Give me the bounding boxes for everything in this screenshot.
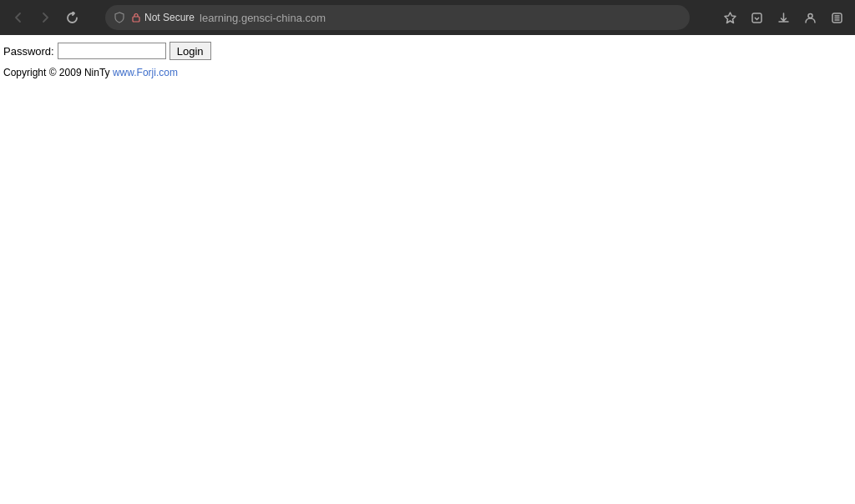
forward-button[interactable] [33, 6, 57, 29]
reload-button[interactable] [60, 6, 83, 29]
page-content: Password: Login Copyright © 2009 NinTy w… [0, 35, 855, 504]
login-button[interactable]: Login [169, 42, 211, 60]
svg-point-3 [808, 13, 812, 18]
address-bar[interactable]: Not Secure learning.gensci-china.com [105, 5, 690, 30]
password-row: Password: Login [3, 42, 852, 60]
not-secure-text: Not Secure [144, 12, 195, 23]
svg-rect-2 [752, 13, 761, 23]
toolbar-right [718, 6, 848, 29]
browser-chrome: Not Secure learning.gensci-china.com [0, 0, 855, 35]
copyright-link[interactable]: www.Forji.com [113, 67, 178, 78]
password-label: Password: [3, 45, 54, 58]
svg-rect-0 [133, 17, 139, 22]
security-indicator [114, 12, 125, 23]
download-button[interactable] [772, 6, 795, 29]
pocket-button[interactable] [745, 6, 768, 29]
menu-button[interactable] [825, 6, 848, 29]
copyright-static: Copyright © 2009 NinTy [3, 67, 113, 78]
bookmark-button[interactable] [718, 6, 741, 29]
back-button[interactable] [7, 6, 30, 29]
svg-marker-1 [725, 13, 736, 23]
copyright-text: Copyright © 2009 NinTy www.Forji.com [3, 67, 852, 78]
account-button[interactable] [798, 6, 822, 29]
not-secure-indicator: Not Secure [130, 12, 195, 23]
password-input[interactable] [58, 43, 166, 59]
nav-buttons [7, 6, 83, 29]
url-text: learning.gensci-china.com [200, 12, 681, 24]
